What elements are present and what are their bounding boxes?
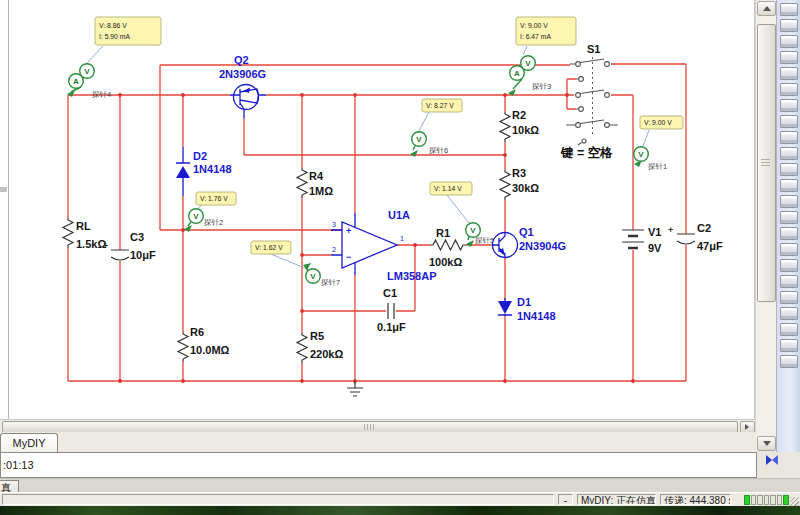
schematic-canvas[interactable]: V: 8.86 V I: 5.90 mA V: 9.00 V I: 6.47 m…: [0, 0, 755, 419]
probe6-voltage: V: 8.27 V: [426, 102, 454, 109]
instrument-icon[interactable]: [780, 355, 798, 368]
progress-segment: [757, 495, 763, 505]
probe2[interactable]: V: [184, 209, 203, 232]
resistor-r1: [430, 240, 466, 250]
status-sim-state: MyDIY: 正在仿真...: [577, 494, 656, 505]
r5-ref: R5: [310, 330, 324, 342]
rl-value: 1.5kΩ: [76, 238, 106, 250]
progress-segment: [751, 495, 757, 505]
tab-mydiy[interactable]: MyDIY: [0, 433, 58, 452]
probe4-current: I: 5.90 mA: [99, 33, 130, 40]
sheet-tab-bar: MyDIY: [0, 432, 756, 453]
simulation-time-bar: :01:13: [0, 452, 757, 478]
d1-ref: D1: [517, 296, 531, 308]
probe5-voltage: V: 1.14 V: [434, 185, 462, 192]
r3-value: 30kΩ: [512, 182, 539, 194]
progress-segment: [744, 495, 750, 505]
resistor-r6: [178, 332, 188, 362]
instrument-icon[interactable]: [780, 179, 798, 192]
capacitor-c1: [388, 303, 394, 319]
c2-polarity: +: [668, 225, 673, 235]
instrument-icon[interactable]: [780, 51, 798, 64]
c3-polarity: +: [103, 241, 108, 251]
design-toolbox-icon[interactable]: [764, 452, 780, 468]
vertical-scroll-thumb[interactable]: [757, 24, 776, 302]
probe2-voltage: V: 1.76 V: [200, 195, 228, 202]
v1-ref: V1: [648, 226, 661, 238]
instrument-icon[interactable]: [780, 99, 798, 112]
probe4-label: 探针4: [92, 90, 111, 99]
capacitor-c2: [677, 234, 695, 244]
probe3-label: 探针3: [532, 82, 551, 91]
instrument-icon[interactable]: [780, 131, 798, 144]
transistor-q2[interactable]: [230, 85, 266, 119]
instrument-icon[interactable]: [780, 275, 798, 288]
c1-value: 0.1μF: [377, 321, 406, 333]
instrument-icon[interactable]: [780, 115, 798, 128]
rl-ref: RL: [76, 220, 91, 232]
s1-ref: S1: [587, 43, 600, 55]
diode-d1[interactable]: [498, 298, 512, 316]
progress-segment: [777, 495, 783, 505]
schematic: V: 8.86 V I: 5.90 mA V: 9.00 V I: 6.47 m…: [0, 0, 755, 419]
instrument-icon[interactable]: [780, 227, 798, 240]
ground-symbol: [347, 381, 363, 396]
probe4-v-glyph: V: [84, 67, 90, 76]
r2-ref: R2: [512, 109, 526, 121]
r4-ref: R4: [309, 170, 324, 182]
horizontal-scrollbar[interactable]: [0, 419, 755, 433]
probe3-current: I: 6.47 mA: [520, 33, 551, 40]
probe3-a-glyph: A: [514, 69, 520, 78]
instrument-icon[interactable]: [780, 243, 798, 256]
probe4[interactable]: A V: [67, 64, 94, 97]
probe7-v-glyph: V: [310, 272, 316, 281]
instrument-icon[interactable]: [780, 163, 798, 176]
scroll-down-button[interactable]: [757, 436, 776, 451]
resistor-r4: [297, 168, 307, 198]
opamp-u1a[interactable]: [331, 213, 397, 275]
q2-value: 2N3906G: [219, 68, 266, 80]
probe6-v-glyph: V: [416, 135, 422, 144]
c1-ref: C1: [383, 287, 397, 299]
resistor-rl: [63, 218, 73, 248]
probe3-v-glyph: V: [525, 59, 531, 68]
resize-grip[interactable]: [790, 497, 799, 506]
progress-segment: [764, 495, 770, 505]
r5-value: 220kΩ: [310, 348, 343, 360]
instrument-icon[interactable]: [780, 195, 798, 208]
q1-value: 2N3904G: [519, 240, 566, 252]
probe7[interactable]: V: [303, 263, 320, 283]
instrument-icon[interactable]: [780, 323, 798, 336]
bottom-tab-row: 真: [0, 478, 800, 493]
r6-ref: R6: [190, 326, 204, 338]
instrument-icon[interactable]: [780, 259, 798, 272]
instrument-icon[interactable]: [780, 307, 798, 320]
instrument-icon[interactable]: [780, 83, 798, 96]
instrument-icon[interactable]: [780, 3, 798, 16]
status-dash: -: [558, 494, 573, 505]
scroll-up-button[interactable]: [757, 1, 776, 16]
probe6[interactable]: V: [410, 132, 426, 157]
instrument-icon[interactable]: [780, 67, 798, 80]
instrument-icon[interactable]: [780, 339, 798, 352]
vertical-scrollbar[interactable]: [755, 0, 776, 451]
diode-d2[interactable]: [176, 147, 190, 196]
q2-ref: Q2: [234, 54, 249, 66]
status-main-cell: [2, 494, 554, 505]
instrument-icon[interactable]: [780, 147, 798, 160]
instrument-icon[interactable]: [780, 19, 798, 32]
probe1-v-glyph: V: [638, 150, 644, 159]
scroll-down-icon: [763, 441, 771, 446]
u1a-minus-sign: −: [346, 252, 351, 262]
u1a-pin2: 2: [332, 246, 336, 253]
canvas-left-tick: [0, 187, 7, 192]
instrument-icon[interactable]: [780, 35, 798, 48]
transistor-q1[interactable]: [492, 233, 518, 258]
instrument-icon[interactable]: [780, 211, 798, 224]
probe1[interactable]: V: [634, 147, 649, 167]
u1a-plus-sign: +: [346, 226, 351, 236]
instrument-icon[interactable]: [780, 291, 798, 304]
switch-s1[interactable]: [566, 57, 618, 145]
canvas-left-border: [8, 0, 9, 419]
multisim-window: V: 8.86 V I: 5.90 mA V: 9.00 V I: 6.47 m…: [0, 0, 800, 515]
